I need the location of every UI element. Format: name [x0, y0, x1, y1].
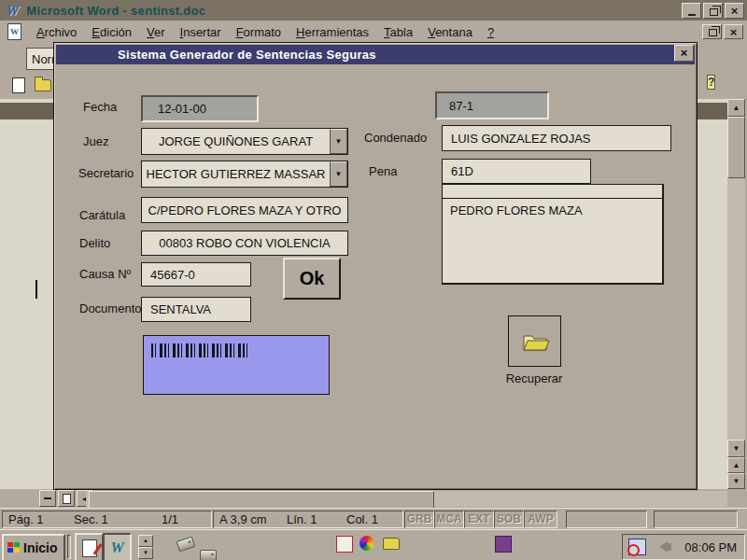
document-icon[interactable]: W [7, 23, 21, 40]
word-titlebar[interactable]: W Microsoft Word - sentinst.doc × [0, 0, 747, 21]
normal-view-button[interactable] [39, 490, 56, 507]
secretario-dropdown-icon[interactable]: ▼ [330, 161, 347, 187]
sentencias-dialog: Sistema Generador de Sentencias Seguras … [53, 42, 698, 490]
condenado-label: Condenado [364, 131, 427, 145]
taskbar-icon-folder[interactable] [383, 538, 400, 550]
tray-schedule-icon[interactable] [628, 539, 646, 555]
open-button[interactable] [32, 74, 54, 96]
barcode-image [151, 343, 248, 357]
juez-dropdown-icon[interactable]: ▼ [330, 129, 347, 154]
secretario-combobox[interactable]: HECTOR GUTIERREZ MASSAR ▼ [141, 161, 348, 188]
fecha-field[interactable]: 12-01-00 [141, 95, 259, 122]
caratula-label: Carátula [79, 208, 125, 222]
pena-value: 61D [451, 164, 473, 178]
menu-item-tabla[interactable]: Tabla [378, 23, 418, 41]
taskbar-icon-removable-drive[interactable] [176, 537, 196, 553]
dialog-close-button[interactable]: × [674, 45, 694, 62]
page-up-button[interactable]: ▲ [727, 457, 745, 473]
doc-restore-icon [709, 29, 717, 36]
taskbar-icon-book[interactable] [495, 536, 512, 553]
causa-value: 45667-0 [150, 268, 195, 282]
vscroll-track[interactable] [727, 178, 745, 440]
caratula-field[interactable]: C/PEDRO FLORES MAZA Y OTRO [141, 197, 348, 223]
spinner-up-button[interactable]: ▲ [138, 535, 153, 547]
condenados-listbox[interactable]: PEDRO FLORES MAZA [442, 184, 664, 285]
menu-item-ayuda[interactable]: ? [482, 23, 500, 41]
expediente-value: 87-1 [449, 99, 473, 113]
scroll-up-button[interactable]: ▲ [727, 99, 745, 117]
new-document-button[interactable] [7, 74, 30, 96]
dialog-titlebar[interactable]: Sistema Generador de Sentencias Seguras [56, 45, 695, 64]
menu-item-edicion[interactable]: Edición [86, 23, 137, 41]
status-indicator-awp: AWP [524, 511, 557, 528]
status-indicator-mca: MCA [434, 511, 464, 528]
help-button[interactable]: ? [707, 75, 715, 90]
spinner-down-button[interactable]: ▼ [138, 547, 153, 559]
ok-button[interactable]: Ok [283, 258, 341, 300]
status-page: Pág. 1 [8, 511, 44, 527]
taskbar-spinner: ▲ ▼ [138, 535, 151, 559]
open-folder-icon [35, 79, 51, 91]
expediente-field[interactable]: 87-1 [435, 91, 549, 119]
causa-label: Causa Nº [79, 267, 131, 281]
menu-item-formato[interactable]: Formato [231, 23, 287, 41]
doc-restore-button[interactable] [702, 24, 722, 39]
pena-field[interactable]: 61D [442, 159, 591, 184]
taskbar-divider [67, 535, 71, 559]
window-title: Microsoft Word - sentinst.doc [26, 4, 205, 18]
juez-label: Juez [83, 134, 108, 148]
taskbar-wordpad-button[interactable] [75, 533, 104, 560]
status-empty-panel-1 [566, 511, 647, 528]
layout-view-button[interactable] [58, 490, 75, 507]
doc-close-button[interactable]: × [724, 24, 743, 39]
menu-item-insertar[interactable]: Insertar [175, 23, 227, 41]
horizontal-scrollbar[interactable]: ◀ [0, 489, 727, 508]
hscroll-track[interactable] [86, 491, 727, 507]
vscroll-thumb[interactable] [727, 117, 745, 178]
taskbar-word-button[interactable]: W [103, 533, 132, 560]
status-position: A 3,9 cm [219, 511, 267, 527]
documento-label: Documento [79, 301, 141, 315]
list-item[interactable]: PEDRO FLORES MAZA [443, 199, 662, 217]
text-caret [35, 280, 37, 299]
doc-close-icon: × [730, 26, 738, 38]
status-indicator-ext: EXT [464, 511, 494, 528]
tray-volume-icon[interactable] [659, 541, 668, 553]
documento-field[interactable]: SENTALVA [141, 297, 251, 322]
delito-field[interactable]: 00803 ROBO CON VIOLENCIA [141, 231, 348, 256]
menu-item-ver[interactable]: Ver [141, 23, 171, 41]
close-button[interactable]: × [725, 3, 744, 19]
documento-value: SENTALVA [150, 302, 211, 316]
start-button[interactable]: Inicio [2, 534, 65, 560]
status-column: Col. 1 [346, 511, 378, 527]
dialog-close-icon: × [681, 46, 688, 60]
wordpad-icon [82, 539, 97, 557]
page-down-button[interactable]: ▼ [727, 473, 745, 489]
normal-view-icon [44, 497, 51, 499]
condenado-field[interactable]: LUIS GONZALEZ ROJAS [442, 125, 671, 151]
minimize-button[interactable] [682, 3, 701, 19]
taskbar-icon-pinwheel[interactable] [359, 536, 374, 551]
causa-field[interactable]: 45667-0 [141, 262, 251, 287]
taskbar-icon-briefcase[interactable] [336, 536, 353, 553]
close-icon: × [731, 5, 739, 17]
menu-item-ventana[interactable]: Ventana [422, 23, 478, 41]
help-icon: ? [707, 75, 715, 90]
secretario-label: Secretario [78, 166, 134, 180]
vertical-scrollbar[interactable]: ▲ ▼ ▲ ▼ [727, 99, 745, 489]
menu-item-herramientas[interactable]: Herramientas [290, 23, 374, 41]
recuperar-button[interactable] [508, 315, 561, 367]
scroll-down-button[interactable]: ▼ [727, 440, 745, 457]
taskbar-icon-drive-1[interactable] [200, 550, 217, 560]
juez-combobox[interactable]: JORGE QUIÑONES GARAT ▼ [141, 128, 348, 155]
windows-flag-icon [7, 542, 21, 554]
tray-clock[interactable]: 08:06 PM [684, 540, 737, 554]
menu-item-archivo[interactable]: Archivo [31, 23, 82, 41]
system-tray: 08:06 PM [622, 534, 745, 560]
restore-button[interactable] [703, 3, 723, 19]
status-indicator-grb: GRB [404, 511, 434, 528]
hscroll-thumb[interactable] [89, 491, 434, 509]
word-app-icon: W [7, 3, 19, 19]
layout-view-icon [63, 494, 71, 504]
juez-value: JORGE QUIÑONES GARAT [142, 129, 330, 154]
